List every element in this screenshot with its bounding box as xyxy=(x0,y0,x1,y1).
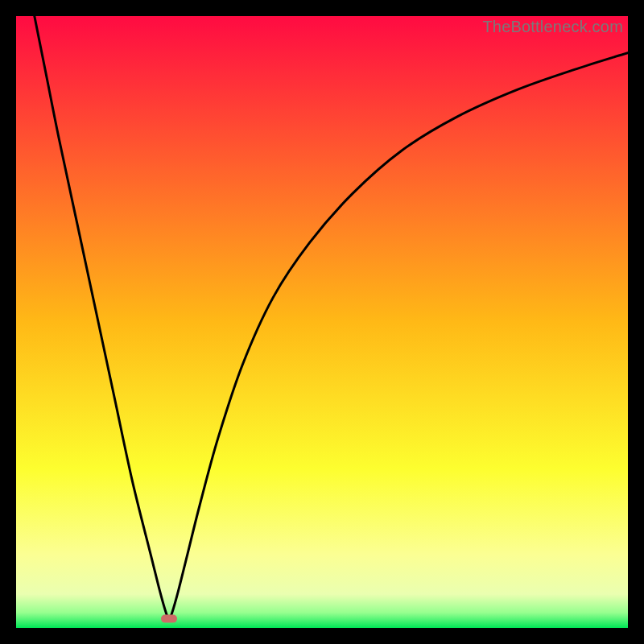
watermark-text: TheBottleneck.com xyxy=(482,18,623,36)
chart-frame: TheBottleneck.com xyxy=(16,16,628,628)
bottleneck-marker xyxy=(161,615,177,623)
chart-background-gradient xyxy=(16,16,628,628)
chart-plot xyxy=(16,16,628,628)
